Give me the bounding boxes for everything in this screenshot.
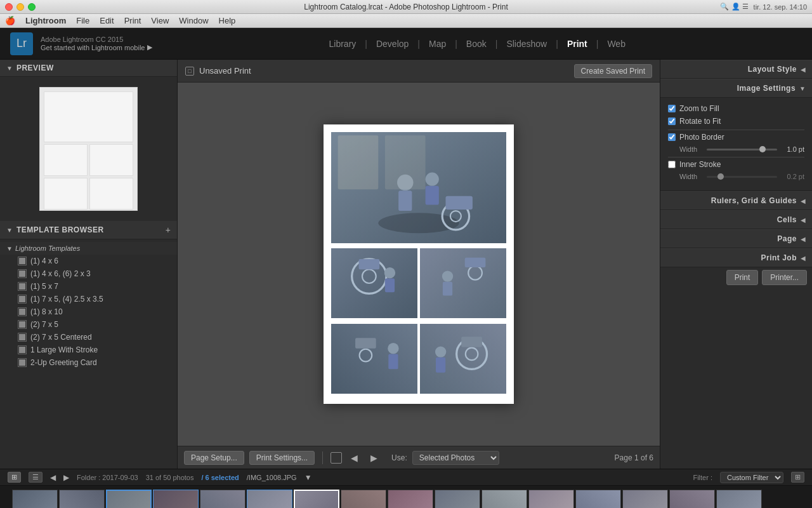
list-item[interactable]: (1) 8 x 10 xyxy=(0,305,177,318)
help-menu[interactable]: Help xyxy=(219,16,236,25)
print-settings-button[interactable]: Print Settings... xyxy=(249,451,315,465)
filter-select[interactable]: Custom Filter Flagged All Photos xyxy=(720,472,783,483)
photo-border-checkbox[interactable] xyxy=(668,133,676,141)
filename-dropdown-icon[interactable]: ▼ xyxy=(304,473,312,482)
nav-develop[interactable]: Develop xyxy=(367,28,417,60)
app-menu[interactable]: Lightroom xyxy=(25,16,66,25)
list-item[interactable]: (1) 5 x 7 xyxy=(0,280,177,293)
nav-library[interactable]: Library xyxy=(320,28,365,60)
filmstrip-item[interactable]: ★ xyxy=(59,490,105,509)
select-checkbox[interactable] xyxy=(331,452,342,464)
printer-button[interactable]: Printer... xyxy=(762,270,807,285)
page-header[interactable]: Page ◀ xyxy=(660,229,812,248)
svg-rect-21 xyxy=(443,282,452,296)
add-template-button[interactable]: + xyxy=(166,225,171,235)
rotate-to-fit-checkbox[interactable] xyxy=(668,117,676,125)
list-item[interactable]: (1) 4 x 6 xyxy=(0,255,177,267)
template-browser-header[interactable]: ▼ Template Browser + xyxy=(0,221,177,239)
print-button[interactable]: Print xyxy=(726,270,759,285)
filmstrip-item[interactable]: ★ xyxy=(12,490,58,509)
filmstrip-item[interactable]: □ xyxy=(575,490,621,509)
image-settings-title: Image Settings xyxy=(667,84,796,93)
zoom-to-fill-label: Zoom to Fill xyxy=(679,104,719,113)
filmstrip-item[interactable] xyxy=(528,490,574,509)
print-photo-1 xyxy=(331,132,506,243)
list-view-button[interactable]: ☰ xyxy=(29,472,43,483)
filmstrip-item[interactable] xyxy=(435,490,480,509)
print-job-header[interactable]: Print Job ◀ xyxy=(660,248,812,267)
border-width-slider[interactable] xyxy=(707,149,777,150)
minimize-button[interactable] xyxy=(16,3,24,11)
inner-stroke-label: Inner Stroke xyxy=(679,160,721,169)
filename[interactable]: /IMG_1008.JPG xyxy=(247,474,297,481)
template-item-label: (1) 4 x 6, (6) 2 x 3 xyxy=(30,269,91,278)
filmstrip-item[interactable]: ✓ xyxy=(247,490,292,509)
template-group-header[interactable]: ▼ Lightroom Templates xyxy=(0,242,177,255)
inner-width-thumb[interactable] xyxy=(717,173,724,180)
list-item[interactable]: (1) 7 x 5, (4) 2.5 x 3.5 xyxy=(0,293,177,305)
close-button[interactable] xyxy=(5,3,13,11)
preview-paper xyxy=(39,87,138,211)
menubar: 🍎 Lightroom File Edit Print View Window … xyxy=(0,14,812,28)
filmstrip-item[interactable]: ✓ xyxy=(153,490,199,509)
zoom-to-fill-checkbox[interactable] xyxy=(668,105,676,112)
nav-book[interactable]: Book xyxy=(457,28,495,60)
svg-point-17 xyxy=(384,267,395,278)
border-width-row: Width 1.0 pt xyxy=(668,145,804,153)
inner-stroke-checkbox[interactable] xyxy=(668,161,676,168)
filmstrip-item[interactable] xyxy=(669,490,715,509)
list-item[interactable]: 2-Up Greeting Card xyxy=(0,356,177,369)
window-menu[interactable]: Window xyxy=(179,16,208,25)
inner-width-slider[interactable] xyxy=(707,176,777,178)
nav-prev-button[interactable]: ◀ xyxy=(347,451,362,464)
page-setup-button[interactable]: Page Setup... xyxy=(184,451,244,465)
template-icon xyxy=(18,320,27,329)
list-item[interactable]: (2) 7 x 5 Centered xyxy=(0,331,177,344)
filmstrip-item[interactable]: □ xyxy=(200,490,246,509)
filmstrip-item[interactable] xyxy=(716,490,762,509)
nav-prev-button[interactable]: ◀ xyxy=(50,473,56,482)
filmstrip-item[interactable] xyxy=(388,490,433,509)
preview-arrow-icon: ▼ xyxy=(6,65,13,72)
rotate-to-fit-row: Rotate to Fit xyxy=(668,117,804,126)
view-menu[interactable]: View xyxy=(151,16,169,25)
traffic-lights[interactable] xyxy=(5,3,36,11)
nav-slideshow[interactable]: Slideshow xyxy=(497,28,556,60)
cells-header[interactable]: Cells ◀ xyxy=(660,210,812,229)
print-menu[interactable]: Print xyxy=(124,16,141,25)
list-item[interactable]: (1) 4 x 6, (6) 2 x 3 xyxy=(0,267,177,280)
filmstrip-next-icon[interactable]: ▶ xyxy=(801,506,808,509)
nav-next-button[interactable]: ▶ xyxy=(63,473,69,482)
filmstrip-prev-icon[interactable]: ◀ xyxy=(4,506,11,509)
filmstrip-item[interactable] xyxy=(622,490,668,509)
nav-print[interactable]: Print xyxy=(558,28,596,60)
list-item[interactable]: (2) 7 x 5 xyxy=(0,318,177,331)
nav-next-button[interactable]: ▶ xyxy=(367,451,381,464)
grid-view-button[interactable]: ⊞ xyxy=(8,472,21,483)
rulers-grid-header[interactable]: Rulers, Grid & Guides ◀ xyxy=(660,191,812,210)
layout-style-header[interactable]: Layout Style ◀ xyxy=(660,60,812,79)
file-menu[interactable]: File xyxy=(76,16,89,25)
filter-expand-button[interactable]: ⊞ xyxy=(791,472,804,483)
filmstrip-item[interactable]: □ xyxy=(481,490,527,509)
nav-map[interactable]: Map xyxy=(420,28,455,60)
apple-menu[interactable]: 🍎 xyxy=(5,16,15,25)
preview-header[interactable]: ▼ Preview xyxy=(0,60,177,77)
preview-title: Preview xyxy=(16,64,54,72)
filmstrip-item[interactable]: ✓ xyxy=(294,490,339,509)
filmstrip-item[interactable]: ✓ xyxy=(106,490,152,509)
layout-style-arrow-icon: ◀ xyxy=(801,66,806,73)
svg-rect-24 xyxy=(465,258,486,267)
border-width-thumb[interactable] xyxy=(759,146,766,152)
svg-rect-18 xyxy=(385,279,395,293)
nav-web[interactable]: Web xyxy=(598,28,634,60)
use-select[interactable]: Selected Photos All Filmstrip Photos xyxy=(412,451,499,465)
edit-menu[interactable]: Edit xyxy=(100,16,114,25)
list-item[interactable]: 1 Large With Stroke xyxy=(0,344,177,356)
create-saved-print-button[interactable]: Create Saved Print xyxy=(574,64,652,78)
lr-mobile-promo[interactable]: Get started with Lightroom mobile ▶ xyxy=(41,43,152,51)
template-item-label: 1 Large With Stroke xyxy=(30,345,98,354)
maximize-button[interactable] xyxy=(28,3,36,11)
image-settings-header[interactable]: Image Settings ▼ xyxy=(660,79,812,98)
filmstrip-item[interactable]: □ xyxy=(341,490,386,509)
